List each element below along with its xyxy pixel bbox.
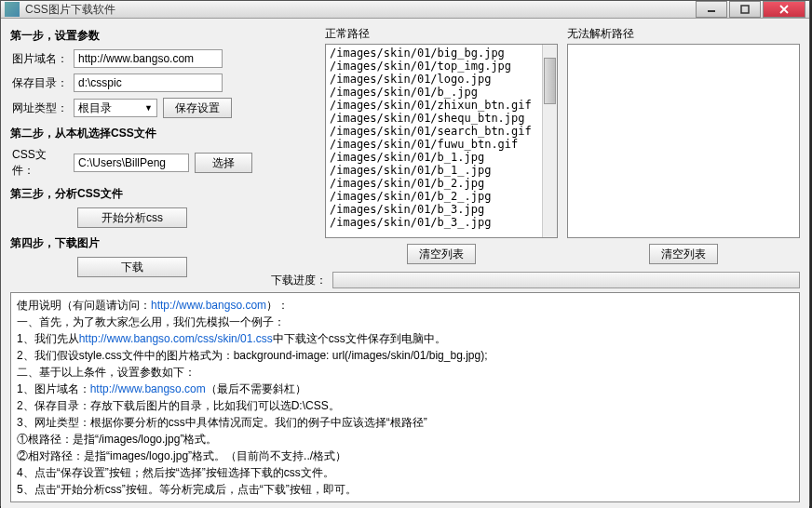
list-item[interactable]: /images/skin/01/b_2.jpg bbox=[330, 177, 538, 190]
list-item[interactable]: /images/skin/01/fuwu_btn.gif bbox=[330, 138, 538, 151]
content-area: 第一步，设置参数 图片域名： 保存目录： 网址类型： 根目录 ▼ 保存设置 bbox=[1, 19, 809, 508]
ok-listbox[interactable]: /images/skin/01/big_bg.jpg/images/skin/0… bbox=[325, 44, 558, 238]
titlebar[interactable]: CSS图片下载软件 bbox=[1, 1, 809, 19]
ok-list-title: 正常路径 bbox=[325, 26, 558, 42]
list-item[interactable]: /images/skin/01/b_.jpg bbox=[330, 86, 538, 99]
select-file-button[interactable]: 选择 bbox=[195, 153, 252, 173]
domain-label: 图片域名： bbox=[12, 51, 68, 67]
domain-input[interactable] bbox=[74, 49, 223, 68]
list-item[interactable]: /images/skin/01/search_btn.gif bbox=[330, 125, 538, 138]
list-item[interactable]: /images/skin/01/logo.jpg bbox=[330, 73, 538, 86]
list-item[interactable]: /images/skin/01/b_1.jpg bbox=[330, 151, 538, 164]
type-select[interactable]: 根目录 ▼ bbox=[74, 99, 157, 117]
clear-bad-button[interactable]: 清空列表 bbox=[649, 244, 718, 264]
bad-list-title: 无法解析路径 bbox=[567, 26, 800, 42]
help-link-1[interactable]: http://www.bangso.com bbox=[151, 299, 266, 312]
scrollbar[interactable] bbox=[542, 45, 557, 237]
minimize-button[interactable] bbox=[696, 1, 727, 18]
progress-bar bbox=[332, 272, 800, 288]
cssfile-label: CSS文件： bbox=[12, 147, 68, 179]
list-item[interactable]: /images/skin/01/b_1_.jpg bbox=[330, 164, 538, 177]
clear-ok-button[interactable]: 清空列表 bbox=[407, 244, 476, 264]
dir-label: 保存目录： bbox=[12, 75, 68, 91]
list-item[interactable]: /images/skin/01/zhixun_btn.gif bbox=[330, 99, 538, 112]
maximize-button[interactable] bbox=[729, 1, 761, 18]
app-window: CSS图片下载软件 第一步，设置参数 图片域名： 保存目录： 网址类型： bbox=[0, 0, 810, 506]
step3-title: 第三步，分析CSS文件 bbox=[10, 186, 314, 202]
list-item[interactable]: /images/skin/01/big_bg.jpg bbox=[330, 47, 538, 60]
window-title: CSS图片下载软件 bbox=[25, 2, 696, 18]
type-label: 网址类型： bbox=[12, 100, 68, 116]
scroll-thumb[interactable] bbox=[544, 58, 556, 104]
close-button[interactable] bbox=[763, 1, 805, 18]
step2-title: 第二步，从本机选择CSS文件 bbox=[10, 126, 314, 141]
list-item[interactable]: /images/skin/01/shequ_btn.jpg bbox=[330, 112, 538, 125]
list-item[interactable]: /images/skin/01/b_3.jpg bbox=[330, 203, 538, 216]
list-item[interactable]: /images/skin/01/top_img.jpg bbox=[330, 60, 538, 73]
chevron-down-icon: ▼ bbox=[144, 103, 153, 113]
help-link-3[interactable]: http://www.bangso.com bbox=[90, 382, 206, 395]
dir-input[interactable] bbox=[74, 74, 223, 92]
help-text: 使用说明（有问题请访问：http://www.bangso.com）： 一、首先… bbox=[10, 292, 800, 502]
help-link-2[interactable]: http://www.bangso.com/css/skin/01.css bbox=[79, 332, 273, 345]
type-value: 根目录 bbox=[78, 100, 112, 116]
settings-panel: 第一步，设置参数 图片域名： 保存目录： 网址类型： 根目录 ▼ 保存设置 bbox=[10, 26, 314, 264]
list-item[interactable]: /images/skin/01/b_2_.jpg bbox=[330, 190, 538, 203]
list-item[interactable]: /images/skin/01/b_3_.jpg bbox=[330, 216, 538, 229]
save-settings-button[interactable]: 保存设置 bbox=[163, 98, 232, 118]
progress-label: 下载进度： bbox=[271, 273, 327, 288]
analyze-button[interactable]: 开始分析css bbox=[77, 207, 187, 228]
step1-title: 第一步，设置参数 bbox=[10, 28, 314, 44]
step4-title: 第四步，下载图片 bbox=[10, 235, 314, 251]
svg-rect-0 bbox=[741, 6, 749, 13]
app-icon bbox=[5, 2, 20, 17]
bad-listbox[interactable] bbox=[567, 44, 800, 238]
cssfile-input[interactable] bbox=[74, 154, 189, 172]
